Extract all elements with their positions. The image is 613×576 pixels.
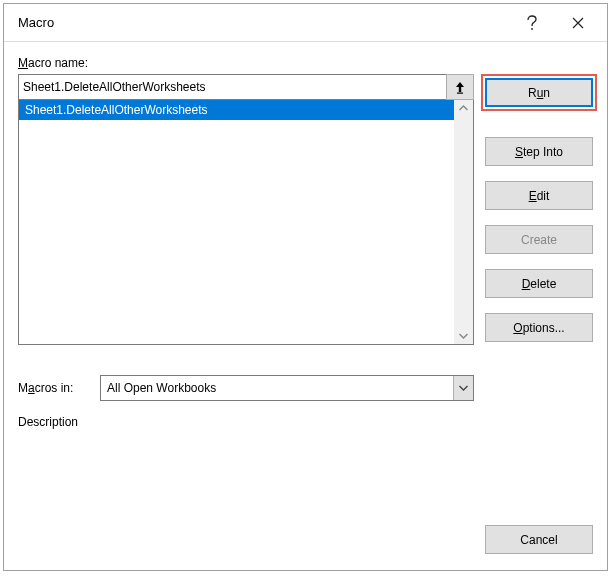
scroll-up-button[interactable] <box>459 105 468 111</box>
macros-in-label: Macros in: <box>18 381 100 395</box>
macro-name-row <box>18 74 474 100</box>
macro-name-label: Macro name: <box>18 56 474 70</box>
scroll-down-button[interactable] <box>459 333 468 339</box>
edit-button[interactable]: Edit <box>485 181 593 210</box>
action-buttons: Run Step Into Edit Create Delete Options… <box>485 78 593 342</box>
cancel-button[interactable]: Cancel <box>485 525 593 554</box>
dialog-content: Macro name: Sheet1.DeleteAllOtherWorkshe… <box>4 42 607 570</box>
svg-point-0 <box>531 28 533 30</box>
macro-listbox-wrap: Sheet1.DeleteAllOtherWorksheets <box>18 99 474 345</box>
dialog-title: Macro <box>18 15 509 30</box>
macro-dialog: Macro Macro name: <box>3 3 608 571</box>
macros-in-select[interactable]: All Open Workbooks <box>100 375 474 401</box>
main-panel: Macro name: Sheet1.DeleteAllOtherWorkshe… <box>18 56 474 429</box>
titlebar: Macro <box>4 4 607 42</box>
go-to-macro-button[interactable] <box>446 74 474 100</box>
help-icon <box>526 15 538 31</box>
macros-in-dropdown-button[interactable] <box>453 376 473 400</box>
chevron-down-icon <box>459 333 468 339</box>
chevron-up-icon <box>459 105 468 111</box>
create-button: Create <box>485 225 593 254</box>
step-into-button[interactable]: Step Into <box>485 137 593 166</box>
listbox-scrollbar[interactable] <box>454 100 473 344</box>
help-button[interactable] <box>509 8 555 38</box>
run-highlight-box: Run <box>481 74 597 111</box>
chevron-down-icon <box>459 385 468 391</box>
list-item[interactable]: Sheet1.DeleteAllOtherWorksheets <box>19 100 454 120</box>
macro-name-input[interactable] <box>18 74 447 100</box>
macros-in-row: Macros in: All Open Workbooks <box>18 375 474 401</box>
close-button[interactable] <box>555 8 601 38</box>
macro-listbox[interactable]: Sheet1.DeleteAllOtherWorksheets <box>19 100 454 344</box>
up-arrow-icon <box>454 80 466 94</box>
svg-rect-1 <box>457 93 463 94</box>
macros-in-value: All Open Workbooks <box>101 381 453 395</box>
options-button[interactable]: Options... <box>485 313 593 342</box>
cancel-area: Cancel <box>485 525 593 554</box>
run-button[interactable]: Run <box>485 78 593 107</box>
close-icon <box>572 17 584 29</box>
delete-button[interactable]: Delete <box>485 269 593 298</box>
description-label: Description <box>18 415 474 429</box>
